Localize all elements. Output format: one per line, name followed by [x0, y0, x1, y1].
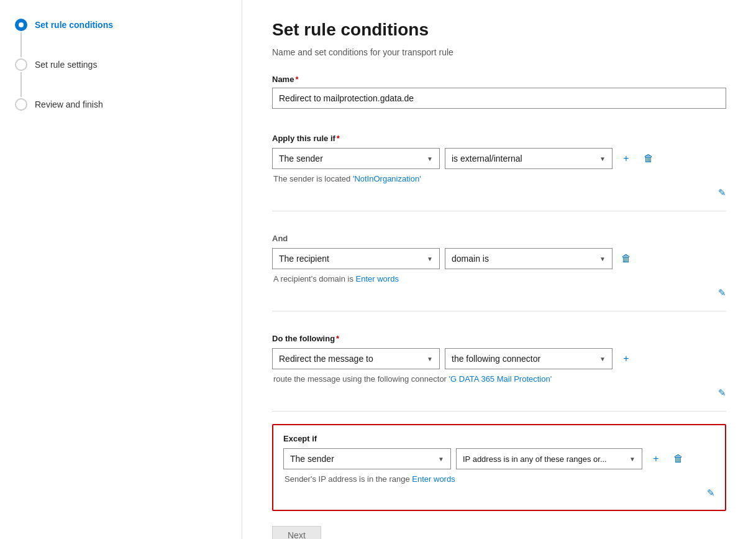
next-button[interactable]: Next	[272, 526, 321, 539]
except-label: Except if	[283, 434, 715, 443]
do-following-label: Do the following*	[272, 334, 726, 343]
do-dropdown-2[interactable]: the following connector ▼	[445, 348, 613, 369]
gdata-connector-link[interactable]: 'G DATA 365 Mail Protection'	[449, 374, 552, 384]
edit-do-rule-icon[interactable]: ✎	[718, 387, 726, 398]
enter-words-link-except[interactable]: Enter words	[412, 474, 455, 484]
except-condition-text: Sender's IP address is in the range Ente…	[283, 474, 715, 484]
delete-and-rule-button[interactable]: 🗑	[617, 250, 635, 267]
and-label: And	[272, 234, 726, 243]
except-dropdown-2[interactable]: IP address is in any of these ranges or.…	[456, 448, 642, 469]
except-row: The sender ▼ IP address is in any of the…	[283, 448, 715, 469]
sidebar-item-review-and-finish[interactable]: Review and finish	[35, 98, 103, 111]
name-input[interactable]	[272, 88, 726, 109]
page-description: Name and set conditions for your transpo…	[272, 47, 726, 57]
chevron-down-icon: ▼	[427, 256, 433, 262]
apply-condition-text: The sender is located 'NotInOrganization…	[272, 174, 726, 183]
do-following-section: Do the following* Redirect the message t…	[272, 334, 726, 401]
chevron-down-icon: ▼	[599, 155, 606, 162]
and-dropdown-1[interactable]: The recipient ▼	[272, 248, 440, 269]
do-dropdown-1[interactable]: Redirect the message to ▼	[272, 348, 440, 369]
edit-apply-rule-icon[interactable]: ✎	[718, 187, 726, 198]
delete-apply-rule-button[interactable]: 🗑	[640, 150, 657, 167]
not-in-org-link[interactable]: 'NotInOrganization'	[353, 174, 421, 183]
apply-dropdown-1[interactable]: The sender ▼	[272, 148, 440, 169]
apply-rule-section: Apply this rule if* The sender ▼ is exte…	[272, 134, 726, 201]
do-following-row: Redirect the message to ▼ the following …	[272, 348, 726, 369]
page-title: Set rule conditions	[272, 20, 726, 40]
add-apply-rule-button[interactable]: +	[617, 150, 635, 167]
apply-dropdown-2[interactable]: is external/internal ▼	[445, 148, 613, 169]
add-except-rule-button[interactable]: +	[647, 450, 665, 468]
and-condition-text: A recipient's domain is Enter words	[272, 274, 726, 283]
step-1-circle	[15, 19, 27, 31]
apply-rule-label: Apply this rule if*	[272, 134, 726, 143]
sidebar: Set rule conditions Set rule settings Re…	[0, 0, 242, 539]
enter-words-link-and[interactable]: Enter words	[356, 274, 399, 283]
edit-except-rule-icon[interactable]: ✎	[707, 487, 715, 499]
and-rule-row: The recipient ▼ domain is ▼ 🗑	[272, 248, 726, 269]
name-section: Name*	[272, 75, 726, 109]
step-2-circle	[15, 58, 27, 71]
chevron-down-icon: ▼	[427, 155, 433, 162]
sidebar-item-set-rule-settings[interactable]: Set rule settings	[35, 58, 97, 71]
do-condition-text: route the message using the following co…	[272, 374, 726, 384]
chevron-down-icon: ▼	[427, 356, 433, 362]
apply-rule-row: The sender ▼ is external/internal ▼ + 🗑	[272, 148, 726, 169]
step-3-circle	[15, 98, 27, 111]
chevron-down-icon: ▼	[629, 456, 635, 463]
except-section: Except if The sender ▼ IP address is in …	[272, 424, 726, 511]
chevron-down-icon: ▼	[438, 456, 444, 463]
and-dropdown-2[interactable]: domain is ▼	[445, 248, 613, 269]
chevron-down-icon: ▼	[599, 256, 606, 262]
name-label: Name*	[272, 75, 726, 84]
sidebar-item-set-rule-conditions[interactable]: Set rule conditions	[35, 19, 113, 32]
main-content: Set rule conditions Name and set conditi…	[242, 0, 756, 539]
except-dropdown-1[interactable]: The sender ▼	[283, 448, 451, 469]
edit-and-rule-icon[interactable]: ✎	[718, 287, 726, 298]
chevron-down-icon: ▼	[599, 356, 606, 362]
and-section: And The recipient ▼ domain is ▼ 🗑 A reci…	[272, 234, 726, 301]
add-do-rule-button[interactable]: +	[617, 350, 635, 367]
delete-except-rule-button[interactable]: 🗑	[670, 450, 687, 468]
